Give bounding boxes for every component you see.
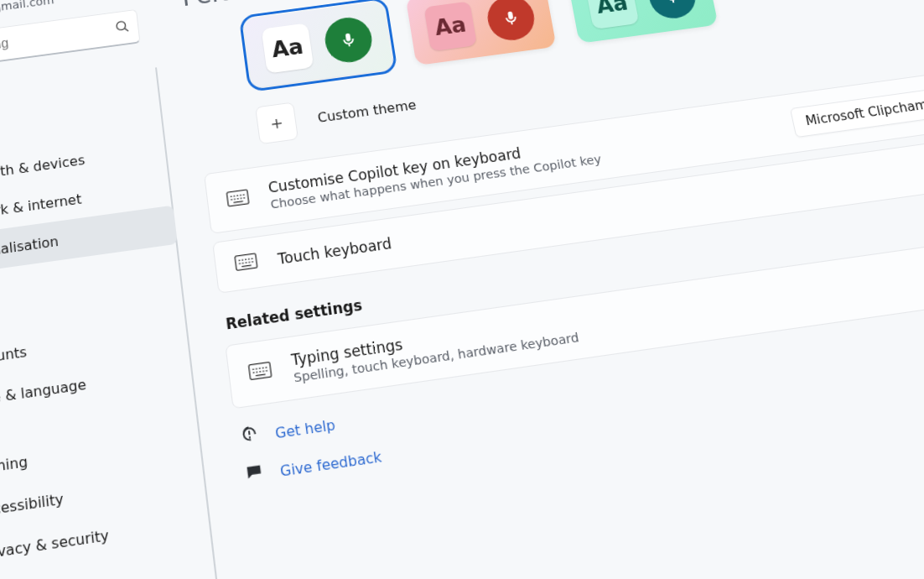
give-feedback-label: Give feedback [279, 448, 383, 480]
help-icon [239, 424, 262, 450]
svg-line-25 [241, 265, 251, 267]
custom-theme-label: Custom theme [317, 96, 418, 125]
svg-line-37 [256, 374, 266, 376]
sidebar-item-label: Time & language [0, 376, 87, 409]
mic-tile-icon [322, 15, 375, 65]
feedback-icon [243, 462, 266, 488]
svg-rect-26 [248, 362, 271, 379]
plus-icon[interactable]: ＋ [255, 102, 298, 144]
main-content: Personalisation › Text input Aa Aa [146, 0, 924, 579]
get-help-label: Get help [274, 416, 336, 442]
keyboard-icon [226, 187, 251, 211]
svg-rect-2 [226, 190, 249, 206]
svg-point-0 [117, 21, 126, 30]
svg-line-13 [234, 201, 243, 203]
keyboard-icon [234, 251, 259, 276]
search-icon [113, 18, 130, 38]
keyboard-icon [247, 360, 273, 386]
sidebar-item-label: Accessibility [0, 490, 65, 520]
theme-option-1[interactable]: Aa [243, 1, 393, 88]
mic-tile-icon [485, 0, 538, 43]
touch-title: Touch keyboard [277, 235, 392, 268]
sidebar-item-label: Accounts [0, 343, 28, 369]
sidebar-item-label: Personalisation [0, 232, 60, 263]
aa-tile-icon: Aa [585, 0, 640, 29]
sidebar-item-label: Privacy & security [0, 526, 110, 563]
mic-tile-icon [645, 0, 699, 21]
svg-rect-14 [235, 253, 257, 270]
theme-option-3[interactable]: Aa [567, 0, 719, 44]
copilot-value-dropdown[interactable]: Microsoft Clipchamp [790, 87, 924, 138]
theme-option-2[interactable]: Aa [406, 0, 557, 65]
search-input[interactable] [0, 21, 116, 62]
sidebar-item-label: Gaming [0, 452, 29, 477]
svg-line-1 [125, 29, 128, 32]
aa-tile-icon: Aa [423, 1, 477, 51]
aa-tile-icon: Aa [262, 23, 314, 73]
